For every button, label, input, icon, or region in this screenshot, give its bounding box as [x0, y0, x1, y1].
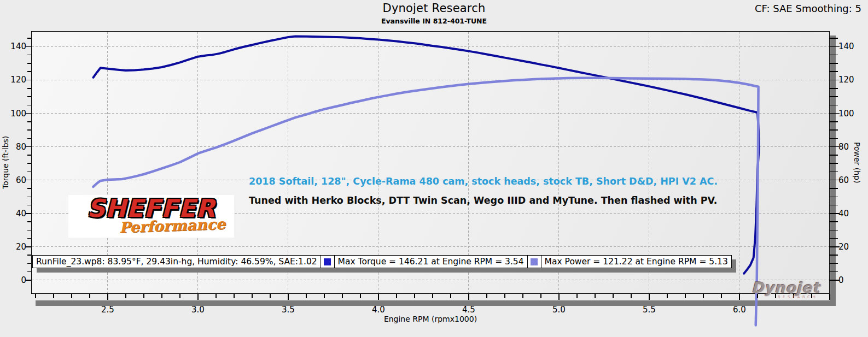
x-tick-label: 2.5 — [92, 305, 123, 314]
watermark-logo-text: Dynojet — [752, 281, 820, 295]
dyno-chart-screen: Dynojet Research Evansville IN 812-401-T… — [0, 0, 868, 337]
correction-factor-label: CF: SAE Smoothing: 5 — [755, 3, 861, 14]
tune-annotation: Tuned with Herko Blocks, DTT Twin Scan, … — [249, 195, 717, 206]
legend-run-info: RunFile_23.wp8: 83.95°F, 29.43in-hg, Hum… — [32, 255, 321, 268]
page-subtitle: Evansville IN 812-401-TUNE — [0, 17, 868, 25]
sheffer-performance-logo: SHEFFER Performance — [68, 195, 234, 238]
x-tick-label: 6.0 — [724, 305, 755, 314]
plot-area — [31, 31, 830, 294]
x-tick-label: 4.0 — [363, 305, 394, 314]
legend-power-swatch-box — [527, 255, 541, 268]
legend-max-torque: Max Torque = 146.21 at Engine RPM = 3.54 — [334, 255, 528, 268]
plot-shadow-right — [830, 36, 836, 306]
x-tick-label: 3.0 — [183, 305, 213, 314]
y-axis-title-torque: Torque (ft-lbs) — [1, 31, 13, 294]
legend: RunFile_23.wp8: 83.95°F, 29.43in-hg, Hum… — [32, 255, 732, 268]
legend-torque-swatch-box — [321, 255, 335, 268]
page-title: Dynojet Research — [0, 2, 868, 15]
build-annotation: 2018 Softail, 128", Cycle-Rama 480 cam, … — [249, 176, 718, 187]
y-axis-title-power: Power (hp) — [849, 31, 861, 294]
legend-max-power: Max Power = 121.22 at Engine RPM = 5.13 — [541, 255, 732, 268]
power-swatch-icon — [531, 258, 538, 265]
x-tick-label: 4.5 — [453, 305, 484, 314]
plot-shadow-bottom — [36, 300, 836, 306]
x-tick-label: 5.5 — [634, 305, 665, 314]
x-tick-label: 5.0 — [544, 305, 574, 314]
x-tick-label: 3.5 — [273, 305, 304, 314]
x-axis-title: Engine RPM (rpmx1000) — [31, 315, 830, 323]
dynojet-watermark: Dynojet RESEARCH — [752, 281, 820, 299]
torque-swatch-icon — [324, 258, 331, 265]
